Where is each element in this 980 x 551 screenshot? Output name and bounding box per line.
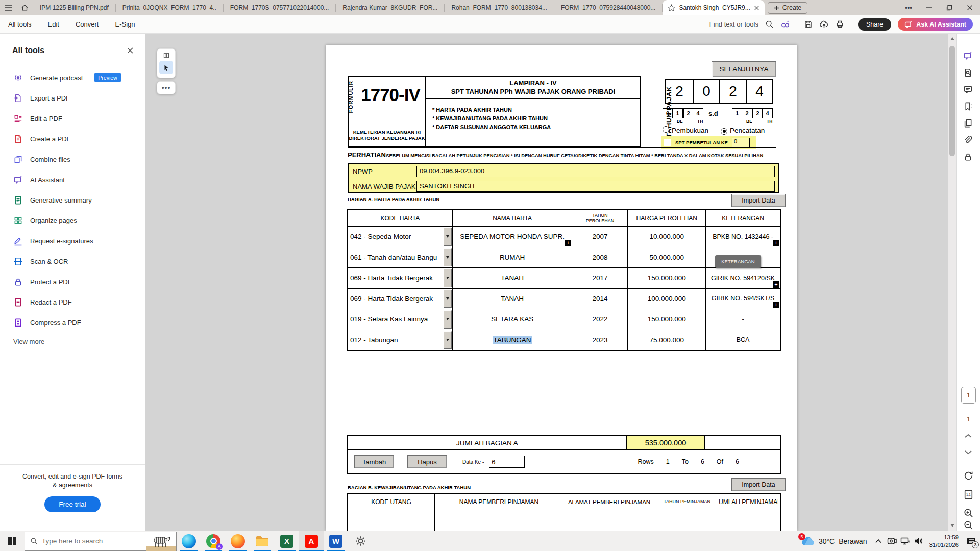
ai-search-icon[interactable] (780, 20, 790, 29)
tool-item-organize-pages[interactable]: Organize pages (0, 210, 145, 231)
quick-tools-more[interactable]: ••• (157, 81, 176, 94)
kode-harta-cell[interactable]: 042 - Sepeda Motor (348, 227, 452, 247)
harga-perolehan-cell[interactable]: 100.000.000 (627, 289, 705, 309)
pembukuan-radio[interactable] (663, 126, 669, 133)
document-tab[interactable]: FORM_1770_075928440048000... (554, 0, 662, 15)
nav-convert[interactable]: Convert (76, 20, 99, 28)
page-fit-icon[interactable]: 1:1 (963, 489, 974, 500)
empty-cell[interactable] (655, 510, 719, 531)
notification-center-icon[interactable]: 3 (963, 531, 980, 551)
empty-cell[interactable] (348, 510, 434, 531)
volume-icon[interactable] (912, 531, 925, 551)
nama-harta-cell[interactable]: SETARA KAS (452, 309, 572, 330)
dropdown-button[interactable] (444, 248, 452, 267)
harga-perolehan-cell[interactable]: 50.000.000 (627, 247, 705, 268)
close-window-button[interactable] (960, 0, 980, 15)
search-icon[interactable] (765, 20, 774, 29)
harga-perolehan-cell[interactable]: 150.000.000 (627, 309, 705, 330)
previous-page-icon[interactable] (963, 433, 973, 439)
tool-item-create-a-pdf[interactable]: Create a PDF (0, 129, 145, 149)
data-ke-input[interactable] (489, 456, 525, 468)
empty-cell[interactable] (719, 510, 778, 531)
page-number-input[interactable] (961, 387, 976, 404)
pencatatan-radio[interactable] (721, 128, 727, 135)
cloud-upload-icon[interactable] (819, 20, 829, 29)
expand-plus-badge[interactable]: + (773, 281, 779, 288)
active-document-tab[interactable]: Santokh Singh_CY5JR9... (663, 0, 764, 15)
taskbar-app-settings[interactable] (348, 531, 373, 551)
clock[interactable]: 13:59 31/01/2026 (929, 534, 959, 549)
tool-item-protect-a-pdf[interactable]: Protect a PDF (0, 271, 145, 292)
tool-item-generative-summary[interactable]: Generative summary (0, 190, 145, 210)
ask-ai-assistant-button[interactable]: Ask AI Assistant (898, 18, 973, 31)
share-button[interactable]: Share (858, 18, 891, 31)
import-data-a-button[interactable]: Import Data (731, 194, 786, 207)
kode-harta-cell[interactable]: 019 - Setara Kas Lainnya (348, 309, 452, 330)
select-tool-button[interactable] (159, 61, 173, 74)
start-button[interactable] (0, 531, 24, 551)
dropdown-button[interactable] (444, 269, 452, 287)
taskbar-search-box[interactable] (24, 532, 177, 551)
nav-all-tools[interactable]: All tools (8, 20, 32, 28)
keterangan-cell[interactable]: BPKB NO. 1432446 -+ (705, 227, 780, 247)
tahun-perolehan-cell[interactable]: 2017 (572, 268, 627, 288)
ai-assistant-icon[interactable] (963, 51, 973, 61)
kode-harta-cell[interactable]: 012 - Tabungan (348, 330, 452, 350)
scroll-down-arrow[interactable] (948, 521, 956, 530)
npwp-field[interactable]: 09.004.396.9-023.000 (416, 166, 775, 177)
tahun-perolehan-cell[interactable]: 2023 (572, 330, 627, 350)
harga-perolehan-cell[interactable]: 10.000.000 (627, 227, 705, 247)
dropdown-button[interactable] (444, 290, 452, 308)
bookmarks-icon[interactable] (963, 102, 973, 111)
tool-item-redact-a-pdf[interactable]: Redact a PDF (0, 292, 145, 312)
comments-icon[interactable] (963, 85, 973, 94)
save-icon[interactable] (804, 20, 813, 29)
pembukuan-option[interactable]: Pembukuan (663, 126, 708, 135)
kode-harta-cell[interactable]: 069 - Harta Tidak Bergerak (348, 289, 452, 309)
protect-icon[interactable] (963, 152, 973, 162)
nama-harta-cell[interactable]: TANAH (452, 268, 572, 288)
expand-plus-badge[interactable]: + (773, 240, 779, 246)
close-panel-icon[interactable] (127, 47, 134, 54)
taskbar-app-chrome[interactable]: A (201, 531, 226, 551)
page-thumbnails-icon[interactable] (963, 118, 973, 128)
tool-item-request-e-signatures[interactable]: Request e-signatures (0, 231, 145, 251)
spt-pembetulan-checkbox[interactable] (664, 139, 671, 146)
meet-now-icon[interactable] (885, 531, 898, 551)
find-text-label[interactable]: Find text or tools (709, 20, 758, 28)
nama-wajib-pajak-field[interactable]: SANTOKH SINGH (416, 181, 775, 192)
network-icon[interactable] (898, 531, 912, 551)
zoom-in-icon[interactable] (963, 508, 974, 518)
taskbar-app-firefox[interactable] (226, 531, 250, 551)
selanjutnya-button[interactable]: SELANJUTNYA (712, 61, 776, 77)
scrollbar-thumb[interactable] (949, 46, 955, 156)
tahun-perolehan-cell[interactable]: 2007 (572, 227, 627, 247)
free-trial-button[interactable]: Free trial (44, 496, 100, 512)
keterangan-cell[interactable]: - (705, 309, 780, 330)
dropdown-button[interactable] (444, 310, 452, 329)
taskbar-app-acrobat[interactable]: A (299, 531, 324, 551)
home-icon[interactable] (16, 0, 33, 15)
rotate-page-icon[interactable] (963, 470, 974, 481)
tool-item-export-a-pdf[interactable]: Export a PDF (0, 88, 145, 108)
nama-harta-cell[interactable]: TANAH (452, 289, 572, 309)
scroll-up-arrow[interactable] (948, 35, 956, 43)
minimize-button[interactable] (919, 0, 939, 15)
document-tab[interactable]: FORM_1770S_075771022014000... (224, 0, 335, 15)
weather-widget[interactable]: 5 30°C Berawan (796, 536, 872, 546)
vertical-scrollbar[interactable] (948, 34, 956, 531)
document-tab[interactable]: Rajendra Kumar_8KGUDR_FOR... (336, 0, 444, 15)
tool-item-scan-ocr[interactable]: Scan & OCR (0, 251, 145, 271)
search-highlight-zebra-image[interactable] (146, 533, 176, 551)
document-tab[interactable]: Rohan_FORM_1770_800138034... (445, 0, 553, 15)
dropdown-button[interactable] (444, 228, 452, 246)
next-page-icon[interactable] (963, 449, 973, 456)
tambah-button[interactable]: Tambah (354, 455, 394, 468)
expand-plus-badge[interactable]: + (773, 302, 779, 308)
zoom-out-icon[interactable] (963, 520, 974, 531)
document-tab[interactable]: Prinita_0JOQNX_FORM_1770_4.. (116, 0, 223, 15)
spt-pembetulan-input[interactable]: 0 (732, 138, 750, 147)
empty-cell[interactable] (434, 510, 563, 531)
search-input[interactable] (42, 537, 129, 545)
print-icon[interactable] (836, 20, 844, 29)
